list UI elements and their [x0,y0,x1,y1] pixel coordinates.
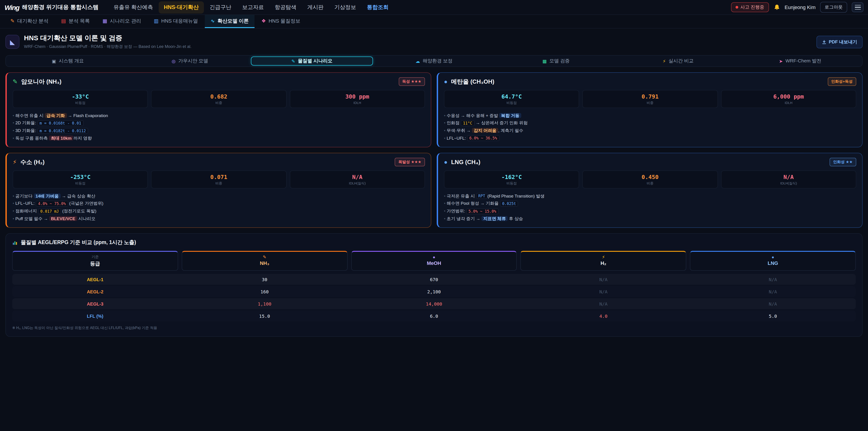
section-tab-icon: ▣ [52,59,56,63]
section-tab-가우시안 모델[interactable]: ◎가우시안 모델 [129,57,251,65]
subnav-tab-시나리오 관리[interactable]: ▦시나리오 관리 [97,15,147,28]
pdf-export-button[interactable]: PDF 내보내기 [816,35,863,48]
chemical-icon: ● [444,159,447,165]
stat-value: 0.450 [585,174,716,180]
nav-item-유출유 확산예측[interactable]: 유출유 확산예측 [108,1,158,13]
subnav-tab-확산모델 이론[interactable]: ∿확산모델 이론 [205,15,255,28]
table-column-header-H₂: ⚡H₂ [521,251,686,271]
stat-box: 0.071비중 [151,171,287,188]
bar-chart-icon [12,240,18,245]
logout-button[interactable]: 로그아웃 [820,2,847,13]
subnav-tab-label: 분석 목록 [68,18,90,24]
subnav-tab-icon: ▤ [61,18,66,24]
section-tab-실시간 비교[interactable]: ⚡실시간 비교 [617,57,739,65]
table-cell: 160 [182,289,348,294]
nav-item-보고자료[interactable]: 보고자료 [237,1,269,13]
table-cell: N/A [521,277,686,282]
table-column-header-NH₃: ✎NH₃ [182,251,348,271]
hazard-badge: 폭발성 ★★★ [395,158,425,166]
status-dot-icon [735,6,738,8]
subnav-tab-label: 시나리오 관리 [110,18,141,24]
subnav-tab-대기확산 분석[interactable]: ✎대기확산 분석 [4,15,55,28]
hazard-badge: 인화성+독성 [828,77,856,86]
table-footnote: ※ H₂, LNG는 독성이 아닌 질식/인화성 위험으로 AEGL 대신 LF… [12,326,856,331]
column-header-caption: 기준 [14,254,176,259]
section-tab-모델 검증[interactable]: ▩모델 검증 [495,57,617,65]
sub-nav-tabs: ✎대기확산 분석▤분석 목록▦시나리오 관리▥HNS 대응매뉴얼∿확산모델 이론… [0,15,868,29]
chemical-cards-grid: ✎암모니아 (NH₃)독성 ★★★-33°C비등점0.682비중300 ppmI… [5,72,863,228]
hazard-badge: 독성 ★★★ [399,77,425,86]
table-cell: N/A [690,277,856,282]
section-tab-시스템 개요[interactable]: ▣시스템 개요 [7,57,129,65]
nav-item-기상정보[interactable]: 기상정보 [329,1,361,13]
section-tab-label: 실시간 비교 [669,58,694,64]
bullet-item: 독성 구름 풍하측 최대 10km까지 영향 [13,134,425,142]
notification-bell-icon[interactable] [773,4,780,11]
stat-label: 비등점 [15,101,146,105]
stat-value: -253°C [15,174,146,180]
bullet-item: LFL~UFL: 6.0% ~ 36.5% [444,134,856,142]
table-cell: 15.0 [182,313,348,318]
column-header-icon: ⚡ [523,254,684,259]
stat-value: 6,000 ppm [723,93,854,100]
subnav-tab-icon: ❖ [261,18,266,24]
stat-label: 비중 [153,181,284,186]
section-tab-label: 해양환경 보정 [423,58,453,64]
stat-row: -253°C비등점0.071비중N/AIDLH(질식) [13,171,425,188]
stat-label: 비중 [585,181,716,186]
section-tab-해양환경 보정[interactable]: ☁해양환경 보정 [373,57,495,65]
bullet-item: 수용성 → 해수 용해 + 증발 복합 거동 [444,112,856,119]
table-header-row: 기준등급✎NH₃●MeOH⚡H₂●LNG [12,251,856,271]
nav-item-항공탐색[interactable]: 항공탐색 [270,1,301,13]
hamburger-menu-icon[interactable] [852,2,864,12]
chemical-card-header: ⚡수소 (H₂)폭발성 ★★★ [13,158,425,166]
subnav-tab-분석 목록[interactable]: ▤분석 목록 [55,15,96,28]
stat-label: 비등점 [446,101,577,105]
ruler-icon: ◣ [5,35,20,49]
table-cell: 30 [182,277,348,282]
stat-value: 300 ppm [292,93,423,100]
stat-box: N/AIDLH(질식) [289,171,425,188]
stat-box: 0.791비중 [583,90,718,108]
bullet-item: 공기보다 14배 가벼움 → 급속 상승 확산 [13,192,425,200]
subnav-tab-icon: ▦ [103,18,107,24]
section-tab-label: 모델 검증 [550,58,570,64]
chemical-name: 암모니아 (NH₃) [21,78,61,86]
nav-item-통합조회[interactable]: 통합조회 [362,1,394,13]
stat-label: IDLH(질식) [292,181,423,186]
stat-value: -162°C [446,174,577,180]
stat-row: -162°C비등점0.450비중N/AIDLH(질식) [444,171,856,188]
stat-box: 300 ppmIDLH [289,90,425,108]
stat-box: -33°C비등점 [13,90,148,108]
column-header-label: H₂ [523,260,684,266]
section-tab-WRF-Chem 발전[interactable]: ➤WRF-Chem 발전 [739,57,861,65]
subnav-tab-label: HNS 대응매뉴얼 [161,18,198,24]
stat-value: N/A [292,174,423,180]
nav-item-긴급구난[interactable]: 긴급구난 [205,1,236,13]
nav-item-게시판[interactable]: 게시판 [302,1,329,13]
main-nav-menu: 유출유 확산예측HNS·대기확산긴급구난보고자료항공탐색게시판기상정보통합조회 [108,1,729,13]
subnav-tab-HNS 대응매뉴얼[interactable]: ▥HNS 대응매뉴얼 [148,15,204,28]
section-tab-물질별 시나리오[interactable]: ✎물질별 시나리오 [251,57,373,65]
page-subtitle: WRF-Chem · Gaussian Plume/Puff · ROMS · … [24,44,191,50]
bullet-item: 점화에너지 0.017 mJ (정전기로도 폭발) [13,207,425,215]
column-header-label: MeOH [353,260,515,266]
bullet-item: 무색·무취 → 감지 어려움, 계측기 필수 [444,127,856,134]
row-label: AEGL-3 [12,301,178,306]
nav-item-HNS·대기확산[interactable]: HNS·대기확산 [159,1,204,13]
brand[interactable]: Wing 해양환경 위기대응 통합시스템 [4,3,98,11]
row-label: AEGL-1 [12,277,178,282]
column-header-icon: ● [353,254,515,259]
subnav-tab-icon: ▥ [154,18,158,24]
subnav-tab-HNS 물질정보[interactable]: ❖HNS 물질정보 [255,15,306,28]
table-body: AEGL-130670N/AN/AAEGL-21602,100N/AN/AAEG… [12,274,856,321]
table-cell: 6.0 [351,313,517,318]
table-cell: 14,000 [351,301,517,306]
chemical-card-header: ✎암모니아 (NH₃)독성 ★★★ [13,77,425,86]
user-name[interactable]: Eunjeong Kim [784,4,815,10]
stat-value: 0.071 [153,174,284,180]
stat-value: 64.7°C [446,93,577,100]
subnav-tab-label: 대기확산 분석 [17,18,49,24]
chemical-icon: ✎ [13,78,18,85]
page-header-text: HNS 대기확산 모델 이론 및 검증 WRF-Chem · Gaussian … [24,34,191,50]
